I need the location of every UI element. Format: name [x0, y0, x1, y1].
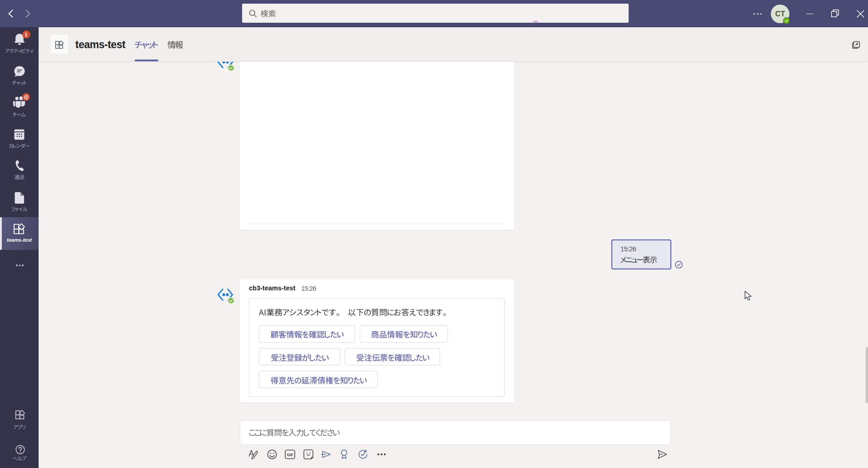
svg-text:GIF: GIF — [287, 453, 293, 457]
